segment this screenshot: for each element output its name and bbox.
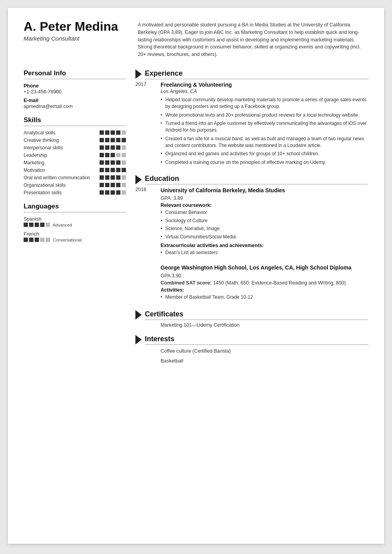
dot-filled (111, 138, 115, 142)
education-entry-title: University of California Berkeley, Media… (161, 187, 368, 194)
phone-value: +1-23-456-78900 (24, 89, 126, 95)
interests-section: Interests Coffee culture (Certified Bari… (135, 335, 368, 366)
education-entry: 2018University of California Berkeley, M… (135, 187, 368, 258)
skill-name: Leadership (24, 152, 100, 158)
dot-empty (46, 238, 50, 242)
dot-empty (40, 238, 44, 242)
dot-filled (111, 160, 115, 165)
education-body: George Washington High School, Los Angel… (161, 264, 368, 303)
dot-filled (111, 153, 115, 157)
coursework-item: Sociology of Culture (161, 218, 368, 224)
header-summary: A motivated and personable student pursu… (138, 20, 368, 58)
dot-filled (105, 175, 109, 180)
certificate-item: Marketing 101—Udemy Certification (135, 322, 368, 328)
dot-filled (24, 223, 28, 227)
skill-row: Motivation (24, 167, 126, 173)
interest-item: Coffee culture (Certified Barista) (135, 347, 368, 355)
education-entry-inner: 2018University of California Berkeley, M… (135, 187, 368, 258)
dot-empty (122, 130, 126, 135)
skills-section: Skills Analytical skillsCreative thinkin… (24, 116, 126, 195)
dot-filled (111, 175, 115, 180)
email-label: E-mail (24, 98, 126, 103)
dot-filled (24, 238, 28, 242)
extracurricular-item: Dean's List all semesters (161, 249, 368, 256)
dot-filled (116, 190, 120, 195)
dot-filled (111, 168, 115, 172)
language-level: Conversational (53, 238, 81, 242)
skill-row: Oral and written communication (24, 175, 126, 180)
coursework-item: Consumer Behavior (161, 209, 368, 216)
skill-row: Analytical skills (24, 130, 126, 136)
candidate-name: A. Peter Medina (24, 20, 126, 33)
experience-title: Experience (145, 69, 368, 79)
skill-dots (100, 145, 126, 150)
experience-body: Freelancing & VolunteeringLos Angeles, C… (161, 82, 368, 168)
certificates-list: Marketing 101—Udemy Certification (135, 322, 368, 328)
dot-empty (116, 153, 120, 157)
dot-empty (122, 190, 126, 195)
certificates-header: Certificates (135, 310, 368, 320)
dot-empty (46, 223, 50, 227)
interests-header: Interests (135, 335, 368, 345)
dot-empty (122, 145, 126, 150)
dot-filled (100, 145, 104, 150)
coursework-item: Science, Narrative, Image (161, 225, 368, 232)
dot-filled (111, 190, 115, 195)
skill-row: Creative thinking (24, 138, 126, 143)
right-column: Experience 2017Freelancing & Volunteerin… (135, 69, 368, 373)
experience-arrow-icon (135, 69, 142, 79)
skill-dots (100, 175, 126, 180)
language-dots-row: Advanced (24, 223, 126, 227)
candidate-title: Marketing Consultant (24, 35, 126, 42)
personal-info-title: Personal Info (24, 69, 126, 79)
dot-filled (105, 190, 109, 195)
dot-filled (100, 130, 104, 135)
interests-title: Interests (145, 335, 368, 345)
skill-dots (100, 160, 126, 165)
education-title: Education (145, 175, 368, 184)
education-body: University of California Berkeley, Media… (161, 187, 368, 258)
languages-list: SpanishAdvancedFrenchConversational (24, 216, 126, 242)
dot-filled (116, 160, 120, 165)
skill-name: Interpersonal skills (24, 145, 100, 151)
dot-filled (29, 223, 33, 227)
experience-bullet: Organized and led games and activities f… (161, 151, 368, 157)
dot-filled (111, 183, 115, 187)
activity-item: Member of Basketball Team, Grade 10-12 (161, 294, 368, 301)
resume-container: A. Peter Medina Marketing Consultant A m… (8, 8, 384, 544)
experience-bullet: Created a fan site for a musical band, a… (161, 136, 368, 149)
extracurricular-label: Extracurricular activities and achieveme… (161, 243, 368, 248)
dot-filled (111, 130, 115, 135)
skill-dots (100, 183, 126, 187)
personal-info-section: Personal Info Phone +1-23-456-78900 E-ma… (24, 69, 126, 109)
languages-section: Languages SpanishAdvancedFrenchConversat… (24, 203, 126, 242)
education-section: Education 2018University of California B… (135, 175, 368, 303)
experience-bullets: Helped local community develop marketing… (161, 97, 368, 166)
sat-info: Combined SAT score: 1450 (Math: 650; Evi… (161, 280, 368, 286)
dot-filled (100, 153, 104, 157)
skill-row: Interpersonal skills (24, 145, 126, 151)
coursework-item: Virtual Communities/Social Media (161, 234, 368, 240)
education-entry-title: George Washington High School, Los Angel… (161, 264, 368, 271)
education-entry: George Washington High School, Los Angel… (135, 264, 368, 303)
dot-empty (122, 183, 126, 187)
skill-dots (100, 190, 126, 195)
dot-filled (116, 175, 120, 180)
skill-name: Organizational skills (24, 182, 100, 188)
skill-row: Leadership (24, 152, 126, 158)
dot-filled (35, 238, 39, 242)
dot-filled (29, 238, 33, 242)
extracurricular-list: Dean's List all semesters (161, 249, 368, 256)
dot-filled (105, 183, 109, 187)
dot-filled (40, 223, 44, 227)
language-name: French (24, 231, 126, 237)
education-gpa: GPA: 3.89 (161, 195, 368, 201)
dot-filled (100, 168, 104, 172)
language-name: Spanish (24, 216, 126, 222)
experience-entry-subtitle: Los Angeles, CA (161, 89, 368, 94)
skill-name: Analytical skills (24, 130, 100, 136)
experience-bullet: Turned a friend into an Apple customer b… (161, 120, 368, 134)
experience-bullet: Completed a training course on the princ… (161, 159, 368, 166)
dot-filled (116, 130, 120, 135)
experience-bullet: Helped local community develop marketing… (161, 97, 368, 110)
